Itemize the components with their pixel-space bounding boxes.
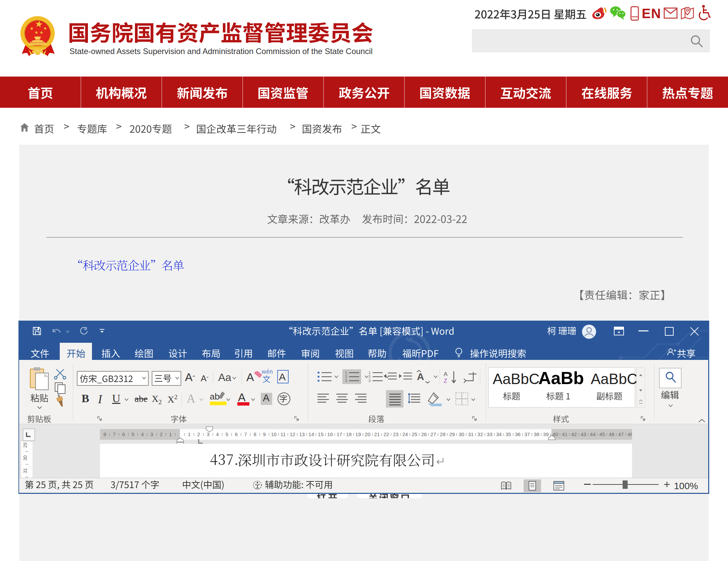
svg-text:Z: Z	[444, 378, 447, 384]
svg-text:35: 35	[505, 431, 511, 437]
svg-text:9: 9	[263, 431, 265, 437]
svg-text:15: 15	[318, 431, 324, 437]
svg-text:30: 30	[22, 455, 28, 461]
svg-text:45: 45	[599, 431, 605, 437]
svg-text:29: 29	[449, 431, 455, 437]
svg-text:7: 7	[244, 431, 247, 437]
svg-text:28: 28	[440, 431, 446, 437]
svg-text:27: 27	[431, 431, 436, 437]
svg-text:17: 17	[337, 431, 342, 437]
svg-text:31: 31	[22, 468, 28, 473]
svg-text:31: 31	[468, 431, 474, 437]
svg-text:14: 14	[308, 431, 314, 437]
svg-text:30: 30	[458, 431, 464, 437]
svg-text:2: 2	[197, 431, 200, 437]
svg-text:6: 6	[122, 431, 125, 437]
svg-text:24: 24	[402, 431, 408, 437]
svg-text:43: 43	[581, 431, 586, 437]
svg-text:A: A	[444, 371, 448, 377]
svg-text:2: 2	[160, 431, 162, 437]
svg-text:6: 6	[235, 431, 238, 437]
svg-text:12: 12	[290, 431, 295, 437]
svg-text:19: 19	[355, 431, 361, 437]
svg-text:46: 46	[609, 431, 615, 437]
svg-text:23: 23	[393, 431, 399, 437]
svg-text:38: 38	[534, 431, 539, 437]
svg-text:1: 1	[369, 371, 371, 375]
svg-text:47: 47	[618, 431, 624, 437]
svg-text:1: 1	[169, 431, 172, 437]
svg-text:3: 3	[369, 379, 371, 383]
svg-text:33: 33	[487, 431, 492, 437]
svg-text:41: 41	[562, 431, 568, 437]
svg-text:25: 25	[412, 431, 418, 437]
svg-text:11: 11	[281, 431, 286, 437]
svg-text:8: 8	[254, 431, 256, 437]
svg-text:37: 37	[524, 431, 530, 437]
svg-text:42: 42	[571, 431, 577, 437]
svg-text:8: 8	[103, 431, 106, 437]
svg-text:4: 4	[141, 431, 144, 437]
svg-text:3: 3	[345, 379, 347, 383]
svg-text:4: 4	[216, 431, 219, 437]
svg-text:36: 36	[515, 431, 521, 437]
svg-text:26: 26	[421, 431, 427, 437]
svg-text:32: 32	[477, 431, 483, 437]
svg-text:13: 13	[299, 431, 305, 437]
svg-text:1: 1	[345, 371, 347, 375]
svg-text:5: 5	[132, 431, 134, 437]
svg-text:2: 2	[369, 375, 371, 379]
svg-text:22: 22	[384, 431, 389, 437]
svg-text:16: 16	[327, 431, 333, 437]
svg-text:10: 10	[271, 431, 277, 437]
svg-text:2: 2	[345, 375, 347, 379]
svg-text:18: 18	[346, 431, 352, 437]
svg-text:7: 7	[113, 431, 115, 437]
svg-text:48: 48	[628, 431, 632, 437]
svg-text:3: 3	[150, 431, 153, 437]
svg-text:1: 1	[188, 431, 191, 437]
svg-text:44: 44	[590, 431, 596, 437]
svg-text:21: 21	[374, 431, 380, 437]
svg-text:20: 20	[365, 431, 371, 437]
svg-text:29: 29	[22, 442, 28, 448]
svg-text:A: A	[417, 371, 424, 382]
svg-text:34: 34	[496, 431, 502, 437]
svg-text:5: 5	[226, 431, 228, 437]
